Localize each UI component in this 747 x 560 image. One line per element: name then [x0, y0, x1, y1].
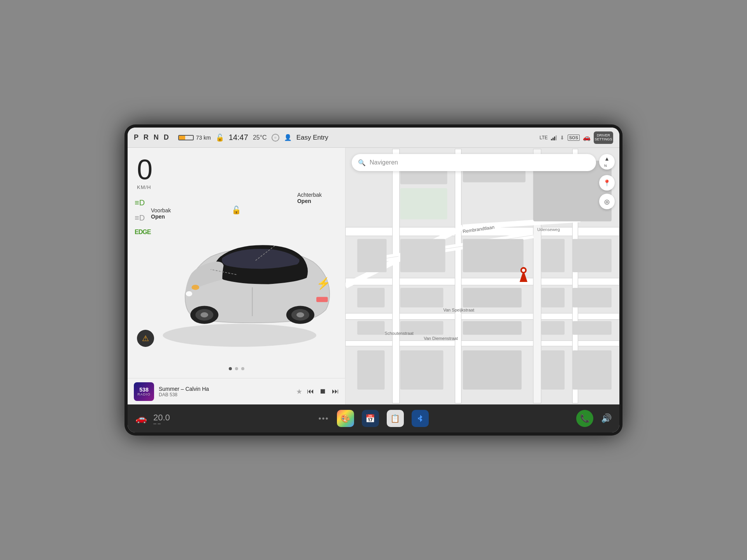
calendar-app-icon: 📅: [365, 414, 375, 423]
battery-fill: [179, 136, 185, 140]
cabin-temp-display: 20.0: [153, 413, 170, 424]
media-bar: 538 RADIO Summer – Calvin Ha DAB 538 ★ ⏮…: [128, 378, 345, 404]
svg-rect-19: [393, 149, 400, 403]
calendar-app-button[interactable]: 📅: [362, 410, 379, 427]
svg-point-3: [200, 312, 208, 317]
taskbar: 🚗 20.0 ••• 🎨 📅 📋: [128, 404, 619, 432]
phone-button[interactable]: 📞: [576, 410, 593, 427]
svg-text:⚡: ⚡: [316, 276, 331, 290]
cabin-temp-value: 20.0: [153, 413, 170, 422]
svg-rect-9: [316, 297, 328, 302]
prnd-indicator: P R N D: [134, 133, 170, 142]
battery-km: 73 km: [196, 135, 211, 141]
screen-wrapper: P R N D 73 km 🔓 14:47 25°C ○ 👤 Easy Entr…: [124, 124, 622, 436]
autopilot-icon: 🚗: [583, 134, 591, 141]
svg-point-6: [296, 312, 304, 317]
favorite-button[interactable]: ★: [296, 387, 302, 396]
search-placeholder: Navigeren: [370, 159, 398, 166]
svg-text:Van Speijkstraat: Van Speijkstraat: [443, 308, 474, 312]
svg-rect-18: [345, 341, 619, 346]
right-panel: Rembrandtlaan Udenseweg Van Speijkstraat…: [345, 148, 619, 404]
media-next-button[interactable]: ⏭: [332, 387, 339, 396]
fan-bar-1: [153, 424, 156, 424]
svg-rect-41: [541, 321, 565, 335]
svg-rect-20: [455, 149, 461, 403]
signal-bars: [551, 135, 557, 140]
download-icon: ⬇: [560, 135, 565, 141]
dot-3: [241, 367, 244, 370]
warning-button[interactable]: ⚠: [137, 330, 154, 347]
volume-button[interactable]: 🔊: [601, 413, 612, 424]
taskbar-right: 📞 🔊: [534, 410, 612, 427]
media-stop-button[interactable]: ⏹: [319, 387, 326, 396]
signal-bar-2: [552, 138, 554, 140]
svg-text:Van Diemenstraat: Van Diemenstraat: [424, 336, 458, 341]
car-status-button[interactable]: 🚗: [135, 413, 147, 424]
colorful-app-button[interactable]: 🎨: [337, 410, 354, 427]
svg-rect-35: [400, 288, 444, 307]
bluetooth-app-button[interactable]: [412, 410, 429, 427]
svg-rect-17: [345, 313, 619, 320]
svg-text:Udenseweg: Udenseweg: [537, 227, 560, 232]
more-apps-button[interactable]: •••: [318, 414, 329, 423]
svg-rect-16: [345, 278, 619, 285]
svg-text:Schoutenstraat: Schoutenstraat: [385, 331, 414, 336]
colorful-app-icon: 🎨: [340, 414, 350, 423]
car-status-area: Voorbak Open Achterbak Open 🔓: [128, 184, 345, 378]
battery-bar: [178, 135, 194, 140]
svg-point-7: [186, 291, 192, 296]
achterbak-status: Achterbak Open: [297, 192, 322, 204]
notes-app-button[interactable]: 📋: [387, 410, 404, 427]
svg-rect-42: [357, 350, 384, 390]
voorbak-status: Voorbak Open: [151, 207, 171, 220]
svg-rect-44: [463, 350, 522, 390]
svg-rect-48: [572, 350, 612, 390]
search-bar[interactable]: 🔍 Navigeren: [352, 154, 596, 171]
svg-rect-32: [541, 239, 565, 272]
clock: 14:47: [229, 133, 248, 142]
notes-app-icon: 📋: [390, 414, 400, 423]
speed-number: 0: [137, 156, 336, 184]
recenter-button[interactable]: ◎: [599, 194, 615, 209]
page-dots: [229, 367, 244, 370]
svg-rect-38: [357, 321, 384, 335]
lte-indicator: LTE: [540, 135, 548, 140]
location-button[interactable]: 📍: [599, 175, 615, 191]
status-icons: LTE ⬇ SOS 🚗 DRIVERSETTINGS: [540, 131, 613, 144]
svg-rect-50: [400, 188, 447, 219]
svg-point-0: [163, 324, 316, 347]
map-controls: 📍 ◎: [599, 175, 615, 209]
battery-info: 73 km: [178, 135, 211, 141]
dot-1: [229, 367, 232, 370]
map-svg: Rembrandtlaan Udenseweg Van Speijkstraat…: [345, 148, 619, 404]
sos-indicator: SOS: [568, 135, 580, 141]
driver-profile-icon: 👤: [284, 134, 292, 141]
svg-rect-33: [572, 239, 612, 272]
signal-bar-3: [554, 136, 555, 140]
taskbar-left: 🚗 20.0: [135, 413, 213, 424]
media-controls: ⏮ ⏹ ⏭: [307, 387, 339, 396]
status-bar: P R N D 73 km 🔓 14:47 25°C ○ 👤 Easy Entr…: [128, 128, 619, 148]
compass-button[interactable]: ▲N: [599, 154, 615, 170]
signal-bar-4: [556, 135, 557, 140]
svg-rect-40: [463, 321, 522, 335]
trunk-lock-indicator: 🔓: [231, 205, 241, 215]
signal-bar-1: [551, 139, 552, 140]
radio-badge[interactable]: 538 RADIO: [134, 382, 154, 401]
media-prev-button[interactable]: ⏮: [307, 387, 314, 396]
main-content: 0 KM/H ≡D ≡D EDGE Voorbak Open: [128, 148, 619, 404]
media-info: Summer – Calvin Ha DAB 538: [159, 386, 291, 397]
media-title: Summer – Calvin Ha: [159, 386, 244, 392]
compass-icon: ▲N: [604, 156, 610, 168]
left-panel: 0 KM/H ≡D ≡D EDGE Voorbak Open: [128, 148, 345, 404]
svg-rect-34: [357, 288, 384, 307]
map-area[interactable]: Rembrandtlaan Udenseweg Van Speijkstraat…: [345, 148, 619, 404]
svg-point-53: [522, 269, 525, 272]
phone-icon: 📞: [580, 414, 590, 423]
easy-entry-label: Easy Entry: [296, 134, 328, 142]
svg-rect-31: [463, 239, 524, 272]
lock-icon: 🔓: [216, 133, 224, 142]
bluetooth-icon: [416, 414, 424, 423]
climate-icon: ○: [272, 134, 279, 142]
svg-rect-37: [541, 288, 565, 307]
